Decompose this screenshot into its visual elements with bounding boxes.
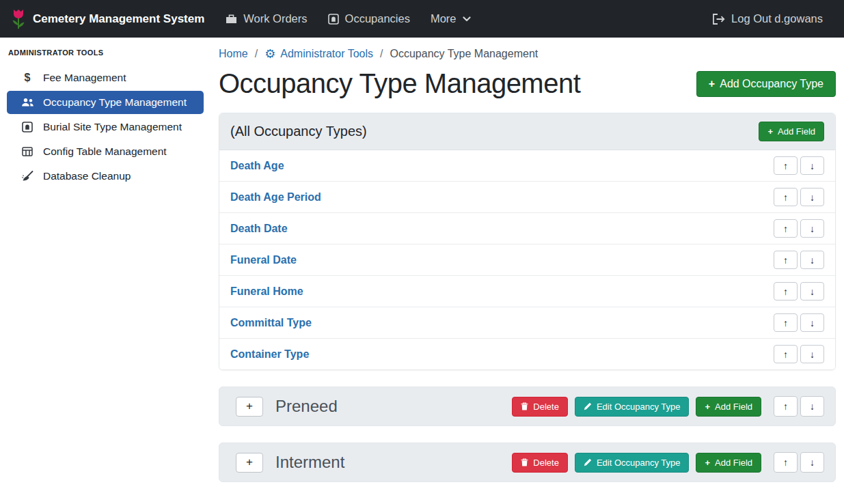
section-actions: Delete Edit Occupancy Type + Add Field ↑… (512, 452, 824, 473)
reorder-controls: ↑ ↓ (774, 345, 824, 363)
delete-button[interactable]: Delete (512, 397, 568, 417)
sidebar-heading: Administrator Tools (0, 40, 210, 65)
delete-button[interactable]: Delete (512, 453, 568, 473)
reorder-controls: ↑ ↓ (774, 251, 824, 269)
trash-icon (521, 458, 528, 466)
occupancy-type-title: Interment (275, 453, 344, 472)
move-down-button[interactable]: ↓ (800, 251, 824, 269)
expand-button[interactable]: + (236, 397, 263, 417)
move-down-button[interactable]: ↓ (800, 188, 824, 206)
main-content: Home / ⚙ Administrator Tools / Occupancy… (210, 38, 844, 504)
breadcrumb-separator: / (380, 48, 383, 60)
reorder-controls: ↑ ↓ (774, 452, 824, 473)
move-down-button[interactable]: ↓ (800, 396, 824, 417)
sidebar-item-label: Database Cleanup (43, 170, 131, 182)
occupancies-icon (328, 14, 339, 25)
move-up-button[interactable]: ↑ (774, 156, 798, 175)
move-down-button[interactable]: ↓ (800, 313, 824, 332)
field-link[interactable]: Committal Type (230, 317, 312, 329)
plus-icon: + (705, 402, 710, 412)
page-header: Occupancy Type Management + Add Occupanc… (219, 68, 836, 99)
sidebar-item-label: Burial Site Type Management (43, 121, 182, 133)
reorder-controls: ↑ ↓ (774, 396, 824, 417)
move-down-button[interactable]: ↓ (800, 219, 824, 238)
edit-label: Edit Occupancy Type (597, 402, 681, 412)
add-field-button[interactable]: + Add Field (696, 453, 761, 473)
sidebar-item-label: Config Table Management (43, 145, 167, 158)
reorder-controls: ↑ ↓ (774, 188, 824, 206)
sidebar: Administrator Tools $ Fee Management Occ… (0, 38, 210, 504)
reorder-controls: ↑ ↓ (774, 219, 824, 238)
move-up-button[interactable]: ↑ (774, 396, 798, 417)
move-up-button[interactable]: ↑ (774, 313, 798, 332)
trash-icon (521, 402, 528, 410)
sidebar-item-burial-site-type-management[interactable]: Burial Site Type Management (7, 115, 204, 139)
edit-label: Edit Occupancy Type (597, 458, 681, 468)
move-up-button[interactable]: ↑ (774, 219, 798, 238)
page-title: Occupancy Type Management (219, 68, 580, 99)
reorder-controls: ↑ ↓ (774, 282, 824, 300)
add-occupancy-type-button[interactable]: + Add Occupancy Type (696, 71, 836, 97)
tulip-logo-icon (11, 9, 26, 29)
breadcrumb-admin-tools[interactable]: ⚙ Administrator Tools (264, 48, 373, 60)
move-down-button[interactable]: ↓ (800, 282, 824, 300)
move-down-button[interactable]: ↓ (800, 452, 824, 473)
sidebar-item-config-table-management[interactable]: Config Table Management (7, 140, 204, 163)
plus-icon: + (705, 458, 710, 468)
move-up-button[interactable]: ↑ (774, 251, 798, 269)
add-field-button[interactable]: + Add Field (696, 397, 761, 417)
field-link[interactable]: Funeral Home (230, 285, 303, 298)
add-field-label: Add Field (715, 402, 752, 412)
occupancy-type-title: Preneed (275, 397, 338, 416)
move-up-button[interactable]: ↑ (774, 345, 798, 363)
move-up-button[interactable]: ↑ (774, 452, 798, 473)
top-navbar: Cemetery Management System Work Orders O… (0, 0, 844, 38)
move-down-button[interactable]: ↓ (800, 156, 824, 175)
card-title: (All Occupancy Types) (230, 124, 367, 139)
dollar-icon: $ (19, 72, 36, 84)
field-link[interactable]: Container Type (230, 348, 309, 361)
add-field-button[interactable]: + Add Field (759, 122, 824, 141)
delete-label: Delete (533, 458, 559, 468)
field-link[interactable]: Death Date (230, 223, 288, 235)
move-up-button[interactable]: ↑ (774, 282, 798, 300)
reorder-controls: ↑ ↓ (774, 313, 824, 332)
plus-icon: + (767, 126, 773, 137)
nav-occupancies[interactable]: Occupancies (318, 7, 420, 31)
table-icon (19, 147, 36, 156)
breadcrumb-current: Occupancy Type Management (390, 48, 539, 60)
users-icon (19, 98, 36, 107)
nav-more[interactable]: More (420, 7, 481, 31)
work-orders-icon (226, 14, 237, 24)
chevron-down-icon (463, 16, 471, 22)
breadcrumb-admin-tools-label: Administrator Tools (280, 48, 373, 60)
sidebar-item-database-cleanup[interactable]: Database Cleanup (7, 165, 204, 188)
nav-work-orders[interactable]: Work Orders (215, 7, 317, 31)
edit-occupancy-type-button[interactable]: Edit Occupancy Type (575, 397, 690, 417)
field-link[interactable]: Death Age Period (230, 191, 321, 204)
logout-link[interactable]: Log Out d.gowans (702, 7, 833, 31)
pencil-icon (584, 402, 592, 410)
pencil-icon (584, 458, 592, 466)
expand-button[interactable]: + (236, 453, 263, 473)
breadcrumb-home[interactable]: Home (219, 48, 248, 60)
field-link[interactable]: Death Age (230, 160, 284, 172)
nav-more-label: More (431, 12, 457, 25)
add-field-label: Add Field (778, 126, 815, 137)
edit-occupancy-type-button[interactable]: Edit Occupancy Type (575, 453, 690, 473)
sidebar-item-fee-management[interactable]: $ Fee Management (7, 66, 204, 89)
field-link[interactable]: Funeral Date (230, 254, 297, 266)
field-row: Funeral Home ↑ ↓ (219, 276, 835, 307)
app-brand[interactable]: Cemetery Management System (11, 9, 204, 29)
app-title: Cemetery Management System (33, 12, 204, 26)
sidebar-item-label: Fee Management (43, 72, 126, 84)
logout-label: Log Out d.gowans (731, 12, 823, 25)
field-row: Death Age ↑ ↓ (219, 150, 835, 182)
breadcrumb-separator: / (255, 48, 258, 60)
move-down-button[interactable]: ↓ (800, 345, 824, 363)
plus-icon: + (709, 78, 715, 90)
move-up-button[interactable]: ↑ (774, 188, 798, 206)
section-actions: Delete Edit Occupancy Type + Add Field ↑… (512, 396, 824, 417)
sidebar-item-occupancy-type-management[interactable]: Occupancy Type Management (7, 91, 204, 114)
logout-icon (712, 14, 725, 25)
